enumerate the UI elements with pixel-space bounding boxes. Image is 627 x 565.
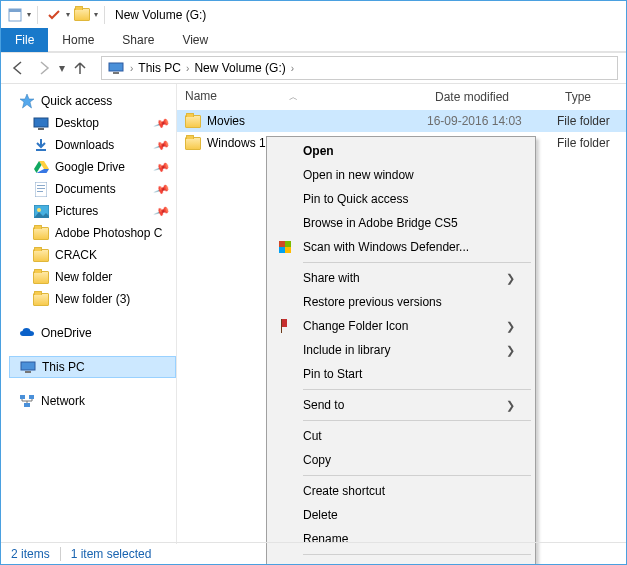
window-title: New Volume (G:) (115, 8, 206, 22)
tree-label: Adobe Photoshop C (55, 226, 162, 240)
menu-item[interactable]: Change Folder Icon❯ (269, 314, 533, 338)
menu-item[interactable]: Browse in Adobe Bridge CS5 (269, 211, 533, 235)
table-row[interactable]: Movies16-09-2016 14:03File folder (177, 110, 626, 132)
sidebar-item[interactable]: Documents📌 (9, 178, 176, 200)
cloud-icon (19, 325, 35, 341)
folder-icon (185, 137, 201, 150)
sidebar-item[interactable]: CRACK (9, 244, 176, 266)
menu-label: Share with (303, 271, 360, 285)
pin-icon: 📌 (153, 136, 171, 154)
menu-item[interactable]: Delete (269, 503, 533, 527)
chevron-down-icon[interactable]: ▾ (27, 10, 31, 19)
menu-label: Change Folder Icon (303, 319, 408, 333)
folder-icon (33, 291, 49, 307)
svg-rect-16 (29, 395, 34, 399)
menu-item[interactable]: Open (269, 139, 533, 163)
folder-icon (33, 203, 49, 219)
tab-share[interactable]: Share (108, 28, 168, 52)
breadcrumb-segment[interactable]: New Volume (G:) (191, 57, 288, 79)
context-menu: OpenOpen in new windowPin to Quick acces… (266, 136, 536, 565)
svg-rect-7 (35, 182, 47, 197)
menu-item[interactable]: Copy (269, 448, 533, 472)
svg-rect-13 (21, 362, 35, 370)
svg-rect-6 (36, 149, 46, 151)
menu-item[interactable]: Restore previous versions (269, 290, 533, 314)
sidebar-item[interactable]: New folder (3) (9, 288, 176, 310)
tree-label: Documents (55, 182, 116, 196)
pin-icon: 📌 (153, 158, 171, 176)
menu-item[interactable]: Scan with Windows Defender... (269, 235, 533, 259)
quick-access-group[interactable]: Quick access (9, 90, 176, 112)
svg-rect-3 (113, 72, 119, 74)
folder-icon (33, 137, 49, 153)
menu-item[interactable]: Pin to Quick access (269, 187, 533, 211)
file-type: File folder (557, 136, 626, 150)
pin-icon: 📌 (153, 114, 171, 132)
menu-item[interactable]: Open in new window (269, 163, 533, 187)
tree-label: Downloads (55, 138, 114, 152)
folder-icon (72, 4, 92, 26)
svg-point-12 (37, 208, 41, 212)
menu-label: Scan with Windows Defender... (303, 240, 469, 254)
chevron-right-icon: ❯ (506, 320, 515, 333)
file-type: File folder (557, 114, 626, 128)
menu-item[interactable]: Send to❯ (269, 393, 533, 417)
menu-separator (303, 420, 531, 421)
address-bar[interactable]: › This PC › New Volume (G:) › (101, 56, 618, 80)
checkmark-icon[interactable] (44, 4, 64, 26)
tree-label: New folder (55, 270, 112, 284)
column-name[interactable]: Name︿ (177, 89, 427, 104)
menu-label: Delete (303, 508, 338, 522)
svg-rect-8 (37, 185, 45, 186)
svg-rect-14 (25, 371, 31, 373)
recent-dropdown[interactable]: ▾ (59, 61, 65, 75)
menu-item[interactable]: Include in library❯ (269, 338, 533, 362)
status-bar: 2 items 1 item selected (1, 542, 626, 564)
menu-item[interactable]: Share with❯ (269, 266, 533, 290)
column-type[interactable]: Type (557, 90, 626, 104)
this-pc-item[interactable]: This PC (9, 356, 176, 378)
sidebar-item[interactable]: Desktop📌 (9, 112, 176, 134)
menu-label: Pin to Start (303, 367, 362, 381)
menu-item[interactable]: Cut (269, 424, 533, 448)
menu-label: Browse in Adobe Bridge CS5 (303, 216, 458, 230)
caret-icon[interactable]: › (184, 63, 191, 74)
svg-rect-2 (109, 63, 123, 71)
back-button[interactable] (7, 57, 29, 79)
svg-rect-19 (285, 241, 291, 247)
menu-label: Copy (303, 453, 331, 467)
column-date[interactable]: Date modified (427, 90, 557, 104)
menu-item[interactable]: Pin to Start (269, 362, 533, 386)
forward-button[interactable] (33, 57, 55, 79)
network-item[interactable]: Network (9, 390, 176, 412)
menu-item[interactable]: Create shortcut (269, 479, 533, 503)
monitor-icon (20, 359, 36, 375)
folder-icon (33, 269, 49, 285)
sidebar-item[interactable]: Google Drive📌 (9, 156, 176, 178)
tree-label: Desktop (55, 116, 99, 130)
caret-icon[interactable]: › (128, 63, 135, 74)
menu-label: Cut (303, 429, 322, 443)
sidebar-item[interactable]: Downloads📌 (9, 134, 176, 156)
navigation-pane: Quick access Desktop📌Downloads📌Google Dr… (1, 84, 177, 544)
properties-icon[interactable] (5, 4, 25, 26)
svg-rect-18 (279, 241, 285, 247)
file-tab[interactable]: File (1, 28, 48, 52)
tab-view[interactable]: View (168, 28, 222, 52)
onedrive-item[interactable]: OneDrive (9, 322, 176, 344)
sidebar-item[interactable]: Pictures📌 (9, 200, 176, 222)
svg-rect-21 (285, 247, 291, 253)
up-button[interactable] (69, 57, 91, 79)
svg-rect-1 (9, 9, 21, 12)
breadcrumb-segment[interactable]: This PC (135, 57, 184, 79)
pin-icon: 📌 (153, 202, 171, 220)
caret-icon[interactable]: › (289, 63, 296, 74)
tab-home[interactable]: Home (48, 28, 108, 52)
tree-label: Google Drive (55, 160, 125, 174)
menu-label: Send to (303, 398, 344, 412)
pin-icon: 📌 (153, 180, 171, 198)
sidebar-item[interactable]: New folder (9, 266, 176, 288)
chevron-down-icon[interactable]: ▾ (66, 10, 70, 19)
chevron-down-icon[interactable]: ▾ (94, 10, 98, 19)
sidebar-item[interactable]: Adobe Photoshop C (9, 222, 176, 244)
